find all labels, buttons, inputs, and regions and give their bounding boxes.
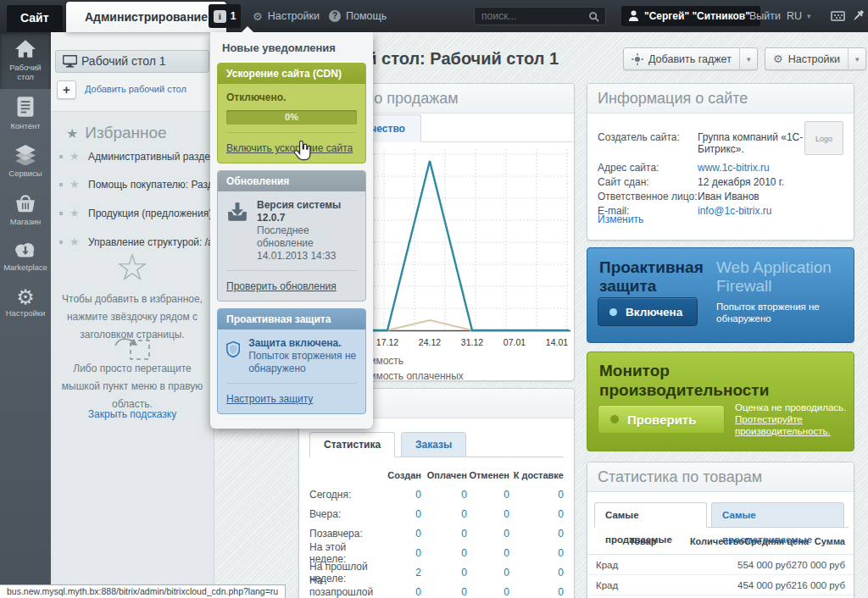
order-count[interactable]: 0 [421,508,467,520]
gear-icon: ⚙ [2,286,49,308]
run-test-label: Проверить [627,413,696,427]
protection-status-label: Включена [626,306,682,318]
sidebar-item-desktop[interactable]: Рабочий стол [0,32,51,89]
info-icon: i [214,10,226,23]
sidebar-item-services[interactable]: Сервисы [0,138,51,185]
protection-enabled-text: Защита включена. [248,337,357,350]
order-count[interactable]: 0 [467,528,509,540]
basket-icon [14,192,36,213]
sidebar-item-label: Рабочий стол [9,63,41,81]
add-desktop-link[interactable]: Добавить рабочий стол [85,84,186,94]
enable-cdn-link[interactable]: Включить ускорение сайта [226,142,353,154]
panel-title: Монитор производительности [599,361,769,400]
search-icon[interactable] [588,11,600,23]
order-count[interactable]: 0 [467,586,509,598]
order-count[interactable]: 0 [509,508,564,520]
edit-site-info-link[interactable]: Изменить [598,213,643,225]
order-count[interactable]: 0 [421,586,467,598]
topbar-settings-link[interactable]: ⚙ Настройки [253,0,320,32]
configure-protection-link[interactable]: Настроить защиту [226,393,313,405]
drag-dot-icon [59,183,63,186]
order-count[interactable]: 2 [384,567,421,579]
drag-hint-text: Либо просто перетащите мышкой пункт меню… [61,360,203,413]
run-performance-test-button[interactable]: Проверить [598,405,725,434]
check-updates-link[interactable]: Проверить обновления [226,280,337,292]
orders-tabs: Статистика Заказы [309,432,564,457]
desktop-item-current[interactable]: Рабочий стол 1 [55,50,209,73]
star-icon[interactable]: ★ [70,147,80,166]
pin-icon[interactable] [851,8,865,23]
test-performance-link[interactable]: Протестируйте производительность. [735,414,831,436]
favorite-item[interactable]: ★ Административный раздел [51,147,214,166]
hotkeys-icon[interactable] [831,11,845,21]
order-count[interactable]: 0 [421,528,467,540]
order-count[interactable]: 0 [384,586,421,598]
sidebar-item-label: Marketplace [3,263,47,272]
logout-link[interactable]: Выйти [749,0,781,32]
protection-status-button[interactable]: Включена [598,297,698,326]
order-count[interactable]: 0 [421,547,467,559]
order-count[interactable]: 0 [421,489,467,501]
column-header: Товар [596,536,690,546]
tab-most-viewed[interactable]: Самые просматриваемые [711,502,844,528]
site-email-link[interactable]: info@1c-bitrix.ru [698,205,772,217]
topbar-help-link[interactable]: ? Помощь [329,0,387,32]
cdn-progress-value: 0% [285,112,298,122]
order-count[interactable]: 0 [384,508,421,520]
table-row: Вчера: 0 0 0 0 [299,504,574,523]
favorite-item[interactable]: ★ Продукция (предложения): P [51,204,214,223]
order-count[interactable]: 0 [509,567,564,579]
close-hint-link[interactable]: Закрыть подсказку [51,408,214,420]
sidebar-item-settings[interactable]: ⚙ Настройки [0,280,51,325]
table-row: Сегодня: 0 0 0 0 [299,484,574,504]
status-url: bus.new.mysql.myth.bx:888/bitrix/admin/b… [7,586,278,596]
order-count[interactable]: 0 [509,547,564,559]
order-count[interactable]: 0 [384,528,421,540]
desktop-settings-button[interactable]: ⚙ Настройки ▾ [765,47,866,70]
add-desktop-button[interactable]: + [57,80,76,99]
tab-best-sellers[interactable]: Самые продаваемые [594,502,707,528]
tab-orders[interactable]: Заказы [401,432,466,457]
tab-statistics[interactable]: Статистика [309,432,395,457]
favorite-item[interactable]: ★ Помощь покупателю: Разде [51,175,214,194]
notifications-button[interactable]: i 1 [209,4,241,28]
sidebar-item-marketplace[interactable]: Marketplace [0,234,51,280]
hand-cursor [292,141,311,161]
document-icon [15,96,36,118]
order-count[interactable]: 0 [467,489,509,501]
order-count[interactable]: 0 [509,528,564,540]
language-selector[interactable]: RU ▾ [787,0,811,32]
add-gadget-button[interactable]: Добавить гаджет ▾ [623,47,758,70]
updates-notification-block: Обновления Версия системы 12.0.7 Последн… [217,170,366,302]
user-menu-button[interactable]: "Сергей" "Ситников" [621,6,760,26]
order-count[interactable]: 0 [467,567,509,579]
order-count[interactable]: 0 [509,586,564,598]
column-header: К доставке [509,470,564,480]
order-count[interactable]: 0 [509,489,564,501]
order-count[interactable]: 0 [421,567,467,579]
favorites-header: ★Избранное [66,124,167,142]
site-url-link[interactable]: www.1c-bitrix.ru [698,162,770,174]
sidebar-item-content[interactable]: Контент [0,89,51,138]
order-count[interactable]: 0 [467,508,509,520]
column-header: Отменен [467,470,509,480]
chevron-down-icon: ▾ [807,12,811,20]
tab-administration[interactable]: Администрирование [66,2,226,32]
star-icon[interactable]: ★ [70,204,80,223]
gear-icon: ⚙ [773,53,783,65]
order-count[interactable]: 0 [384,489,421,501]
help-icon: ? [329,10,341,22]
search-input[interactable] [475,8,605,25]
tab-site[interactable]: Сайт [7,5,63,32]
star-icon[interactable]: ★ [70,175,80,194]
sidebar-item-store[interactable]: Магазин [0,185,51,234]
user-name: "Сергей" "Ситников" [644,10,750,22]
order-count[interactable]: 0 [384,547,421,559]
last-update-date: 14.01.2013 14:33 [257,250,357,263]
security-notification-block: Проактивная защита Защита включена. Попы… [217,308,366,414]
order-count[interactable]: 0 [467,547,509,559]
desktop-settings-label: Настройки [788,53,840,65]
site-info-row: Сайт сдан: 12 декабря 2010 г. [598,176,784,188]
site-info-gadget: Информация о сайте Создатель сайта: Груп… [587,83,854,241]
table-row: Крад 5 54 000 руб 270 000 руб [587,555,854,575]
